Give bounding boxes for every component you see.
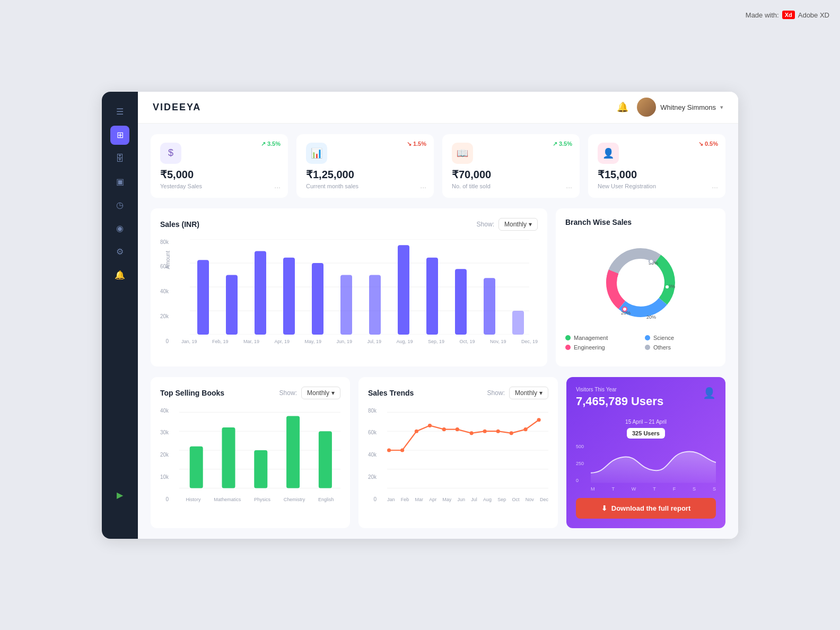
svg-rect-12: [398, 245, 409, 335]
svg-point-52: [496, 429, 500, 433]
arrow-down-icon-2: ↘: [407, 141, 412, 147]
sales-show-label: Show:: [477, 221, 494, 228]
visitors-y-axis: 5002500: [576, 444, 584, 483]
donut-chart-svg: 35% 26% 20% 20%: [598, 240, 683, 325]
stat-value-1: ₹5,000: [160, 168, 278, 181]
charts-row: Sales (INR) Show: Monthly ▾ 80k60k40k20k…: [151, 208, 725, 366]
svg-point-45: [400, 448, 404, 452]
svg-rect-14: [455, 269, 467, 335]
svg-point-26: [649, 259, 653, 264]
stats-row: ↗ 3.5% $ ₹5,000 Yesterday Sales ··· ↘ 1.…: [151, 134, 725, 198]
user-chevron-icon: ▾: [720, 104, 723, 111]
svg-rect-6: [226, 275, 238, 335]
trends-x-labels: JanFebMarAprMayJunJulAugSepOctNovDec: [387, 497, 548, 502]
stat-card-yesterday-sales: ↗ 3.5% $ ₹5,000 Yesterday Sales ···: [151, 134, 288, 198]
stat-card-title-sold: ↗ 3.5% 📖 ₹70,000 No. of title sold ···: [442, 134, 580, 198]
stat-dots-4[interactable]: ···: [712, 183, 718, 191]
books-bar-chart-svg: [179, 408, 340, 493]
stat-label-1: Yesterday Sales: [160, 183, 278, 189]
svg-rect-10: [340, 275, 352, 335]
sidebar-clock-icon[interactable]: ◷: [110, 196, 129, 215]
download-btn-label: Download the full report: [611, 504, 691, 512]
stat-card-new-user: ↘ 0.5% 👤 ₹15,000 New User Registration ·…: [588, 134, 725, 198]
stat-dots-2[interactable]: ···: [420, 183, 426, 191]
sales-chart-card: Sales (INR) Show: Monthly ▾ 80k60k40k20k…: [151, 208, 547, 366]
stat-dots-1[interactable]: ···: [274, 183, 281, 191]
sidebar-play-icon[interactable]: ▶: [110, 486, 129, 505]
legend-label-engineering: Engineering: [574, 344, 605, 351]
sidebar-archive-icon[interactable]: 🗄: [110, 149, 129, 168]
download-report-button[interactable]: ⬇ Download the full report: [576, 498, 716, 519]
svg-rect-9: [312, 263, 323, 335]
legend-engineering: Engineering: [565, 344, 636, 351]
svg-point-27: [665, 285, 669, 289]
svg-rect-7: [255, 251, 266, 335]
svg-rect-34: [190, 446, 203, 488]
content: ↗ 3.5% $ ₹5,000 Yesterday Sales ··· ↘ 1.…: [138, 124, 738, 539]
sales-bar-chart-svg: [181, 239, 538, 335]
donut-svg-wrap: 35% 26% 20% 20%: [598, 240, 683, 325]
books-x-labels: HistoryMathematicsPhysicsChemistryEnglis…: [179, 497, 340, 502]
donut-legend: Management Science Engineering: [565, 335, 716, 351]
trends-show-label: Show:: [487, 389, 505, 397]
branch-chart-header: Branch Wise Sales: [565, 218, 716, 226]
svg-point-46: [415, 429, 418, 433]
svg-point-48: [442, 427, 446, 431]
legend-dot-management: [565, 335, 571, 340]
top-books-chevron-icon: ▾: [331, 389, 335, 397]
top-books-monthly-dropdown[interactable]: Monthly ▾: [301, 387, 340, 399]
legend-science: Science: [645, 335, 716, 341]
user-info[interactable]: Whitney Simmons ▾: [637, 98, 723, 117]
svg-point-49: [456, 427, 459, 431]
trends-monthly-dropdown[interactable]: Monthly ▾: [509, 387, 548, 399]
visitors-header: Visitors This Year 7,465,789 Users 👤: [576, 387, 716, 416]
visitors-card: Visitors This Year 7,465,789 Users 👤 15 …: [566, 377, 725, 528]
notification-bell-icon[interactable]: 🔔: [617, 101, 628, 113]
svg-point-51: [483, 429, 487, 433]
svg-rect-8: [283, 257, 295, 334]
trends-line-chart-svg: [387, 408, 548, 493]
sidebar-settings-icon[interactable]: ⚙: [110, 242, 129, 261]
sidebar-apple-icon[interactable]: [110, 509, 129, 528]
top-books-header: Top Selling Books Show: Monthly ▾: [160, 387, 340, 399]
arrow-down-icon-4: ↘: [698, 141, 703, 147]
sidebar-user-icon[interactable]: ◉: [110, 219, 129, 238]
stat-dots-3[interactable]: ···: [566, 183, 572, 191]
stat-icon-book: 📖: [452, 143, 473, 164]
stat-icon-chart: 📊: [306, 143, 327, 164]
stat-label-4: New User Registration: [598, 183, 716, 189]
sidebar-menu-icon[interactable]: ☰: [110, 102, 129, 121]
visitors-line-svg: [591, 444, 716, 483]
sidebar-bell-icon[interactable]: 🔔: [110, 266, 129, 285]
svg-point-44: [387, 448, 391, 452]
sales-x-labels: Jan, 19Feb, 19Mar, 19Apr, 19May, 19Jun, …: [181, 339, 538, 344]
sidebar-card-icon[interactable]: ▣: [110, 172, 129, 191]
stat-badge-down-2: ↘ 1.5%: [407, 141, 426, 147]
stat-label-3: No. of title sold: [452, 183, 570, 189]
arrow-up-icon-3: ↗: [553, 141, 557, 147]
svg-point-54: [524, 427, 528, 431]
stat-badge-up-1: ↗ 3.5%: [261, 141, 281, 147]
stat-value-2: ₹1,25,000: [306, 168, 424, 181]
watermark-text: Made with:: [746, 11, 779, 19]
svg-point-47: [428, 423, 432, 427]
legend-dot-engineering: [565, 345, 571, 350]
download-icon: ⬇: [601, 504, 607, 512]
sales-chart-header: Sales (INR) Show: Monthly ▾: [160, 218, 538, 231]
svg-rect-35: [222, 427, 235, 488]
sidebar-dashboard-icon[interactable]: ⊞: [110, 126, 129, 145]
svg-rect-16: [512, 311, 524, 335]
header-right: 🔔 Whitney Simmons ▾: [617, 98, 723, 117]
svg-point-50: [470, 431, 474, 435]
sales-monthly-dropdown[interactable]: Monthly ▾: [498, 218, 538, 231]
avatar: [637, 98, 656, 117]
sales-chart-title: Sales (INR): [160, 220, 199, 229]
legend-label-management: Management: [574, 335, 608, 341]
main-container: ☰ ⊞ 🗄 ▣ ◷ ◉ ⚙ 🔔 ▶ VIDEEYA 🔔 Whitney Simm…: [102, 92, 738, 539]
visitors-date-label: 15 April – 21 April: [576, 419, 716, 425]
trends-title: Sales Trends: [368, 389, 414, 397]
books-y-axis: 40k30k20k10k0: [160, 408, 172, 502]
top-books-title: Top Selling Books: [160, 389, 224, 397]
legend-dot-others: [645, 345, 650, 350]
arrow-up-icon-1: ↗: [261, 141, 266, 147]
